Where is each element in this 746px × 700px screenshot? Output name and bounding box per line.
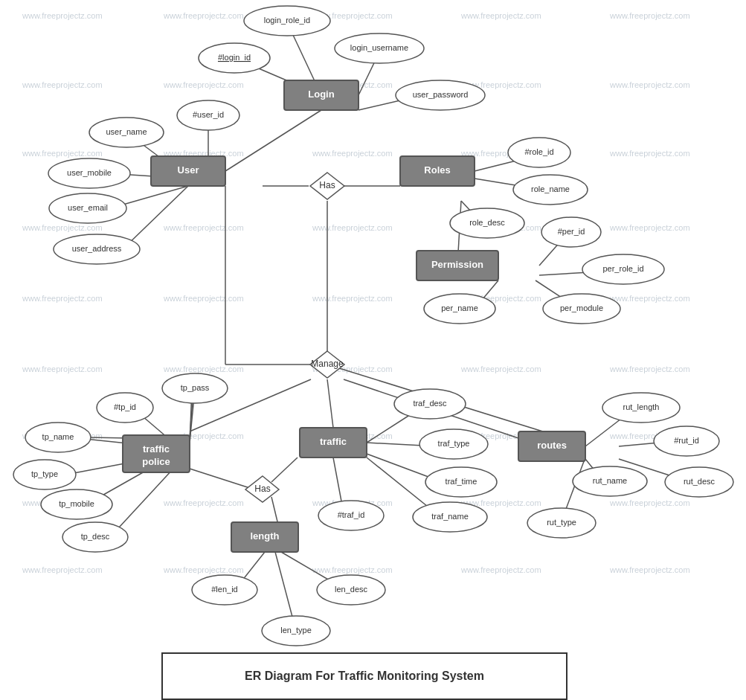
svg-text:login_username: login_username [350, 43, 408, 52]
attr-tp-id: #tp_id [97, 393, 153, 423]
attr-user-address: user_address [54, 234, 140, 264]
attr-per-name: per_name [424, 294, 495, 324]
entity-routes: routes [518, 431, 585, 461]
svg-text:tp_desc: tp_desc [81, 532, 110, 541]
attr-len-type: len_type [262, 616, 330, 646]
svg-text:rut_type: rut_type [547, 518, 576, 527]
attr-tp-pass: tp_pass [162, 373, 228, 403]
attr-traf-type: traf_type [419, 429, 488, 459]
entity-user: User [151, 156, 225, 186]
attr-per-module: per_module [543, 294, 620, 324]
svg-text:user_email: user_email [68, 203, 108, 212]
svg-text:len_desc: len_desc [335, 585, 368, 594]
attr-len-id: #len_id [192, 575, 257, 605]
attr-per-id: #per_id [541, 217, 601, 247]
attr-user-email: user_email [49, 193, 126, 223]
er-diagram: Login User Roles Permission traffic poli… [0, 0, 746, 647]
attr-rut-desc: rut_desc [665, 467, 733, 497]
svg-text:rut_name: rut_name [593, 476, 627, 485]
svg-text:traf_desc: traf_desc [413, 399, 447, 408]
svg-text:traffic: traffic [320, 436, 347, 447]
svg-text:#login_id: #login_id [218, 53, 251, 62]
attr-traf-time: traf_time [425, 467, 497, 497]
attr-login-role-id: login_role_id [244, 6, 330, 36]
svg-text:login_role_id: login_role_id [264, 16, 310, 25]
svg-text:per_role_id: per_role_id [602, 264, 643, 273]
svg-text:User: User [178, 164, 199, 176]
svg-text:tp_name: tp_name [42, 432, 74, 441]
svg-text:Roles: Roles [424, 164, 450, 176]
attr-tp-mobile: tp_mobile [41, 489, 112, 519]
title-text: ER Diagram For Traffic Monitoring System [245, 670, 484, 683]
attr-per-role-id: per_role_id [582, 254, 664, 284]
svg-text:Has: Has [319, 180, 335, 190]
attr-tp-type: tp_type [13, 460, 76, 489]
svg-text:Login: Login [308, 89, 334, 100]
attr-rut-type: rut_type [527, 508, 596, 538]
svg-text:per_name: per_name [441, 304, 478, 312]
svg-text:#rut_id: #rut_id [674, 436, 699, 445]
attr-rut-id: #rut_id [654, 426, 719, 456]
attr-len-desc: len_desc [317, 575, 385, 605]
diagram-title: ER Diagram For Traffic Monitoring System [161, 652, 567, 700]
svg-text:user_name: user_name [106, 127, 147, 136]
attr-role-name: role_name [513, 175, 588, 205]
attr-user-mobile: user_mobile [48, 158, 130, 188]
entity-permission: Permission [417, 251, 498, 280]
svg-text:role_desc: role_desc [469, 218, 505, 227]
svg-text:#len_id: #len_id [211, 585, 237, 594]
svg-text:traf_type: traf_type [438, 439, 470, 448]
attr-tp-desc: tp_desc [62, 522, 128, 552]
attr-traf-id: #traf_id [318, 501, 384, 530]
svg-text:length: length [251, 530, 280, 542]
svg-text:user_password: user_password [413, 90, 469, 99]
svg-text:#tp_id: #tp_id [114, 402, 136, 411]
svg-text:role_name: role_name [531, 184, 570, 193]
svg-text:traf_name: traf_name [431, 512, 469, 521]
entity-traffic-police: traffic police [123, 435, 190, 472]
attr-role-id: #role_id [508, 138, 570, 167]
rel-manage: Manage [310, 351, 344, 378]
attr-login-id: #login_id [199, 43, 270, 73]
svg-line-40 [271, 457, 298, 482]
attr-rut-name: rut_name [573, 466, 647, 496]
svg-text:user_mobile: user_mobile [67, 168, 112, 177]
attr-user-name: user_name [89, 118, 164, 147]
svg-text:per_module: per_module [560, 304, 603, 312]
attr-role-desc: role_desc [450, 208, 524, 238]
attr-user-id: #user_id [177, 100, 239, 130]
svg-text:rut_desc: rut_desc [684, 477, 716, 486]
svg-line-24 [327, 379, 333, 428]
svg-text:len_type: len_type [280, 626, 312, 635]
svg-text:Manage: Manage [311, 359, 344, 369]
svg-text:tp_type: tp_type [31, 469, 58, 478]
svg-text:police: police [142, 456, 170, 467]
attr-login-username: login_username [335, 33, 424, 63]
entity-traffic: traffic [300, 428, 367, 457]
attr-user-password: user_password [396, 80, 485, 110]
entity-login: Login [284, 80, 358, 110]
svg-text:traf_time: traf_time [446, 477, 477, 486]
svg-text:rut_length: rut_length [623, 402, 660, 411]
svg-line-4 [225, 110, 321, 171]
svg-text:#role_id: #role_id [524, 147, 553, 156]
svg-text:user_address: user_address [72, 244, 122, 253]
entity-roles: Roles [400, 156, 475, 186]
rel-has-user-roles: Has [310, 173, 344, 199]
svg-line-42 [190, 469, 254, 489]
attr-rut-length: rut_length [602, 393, 680, 423]
attr-traf-name: traf_name [413, 502, 487, 532]
svg-text:traffic: traffic [143, 443, 170, 455]
entity-length: length [231, 522, 298, 552]
svg-text:Permission: Permission [431, 259, 483, 270]
svg-text:#traf_id: #traf_id [338, 510, 365, 519]
attr-traf-desc: traf_desc [394, 389, 466, 419]
svg-text:routes: routes [537, 440, 567, 451]
svg-text:tp_pass: tp_pass [181, 383, 210, 392]
svg-text:#per_id: #per_id [558, 227, 585, 236]
svg-text:Has: Has [254, 484, 270, 494]
svg-text:#user_id: #user_id [193, 110, 224, 119]
attr-tp-name: tp_name [25, 423, 91, 452]
svg-text:tp_mobile: tp_mobile [59, 499, 94, 508]
